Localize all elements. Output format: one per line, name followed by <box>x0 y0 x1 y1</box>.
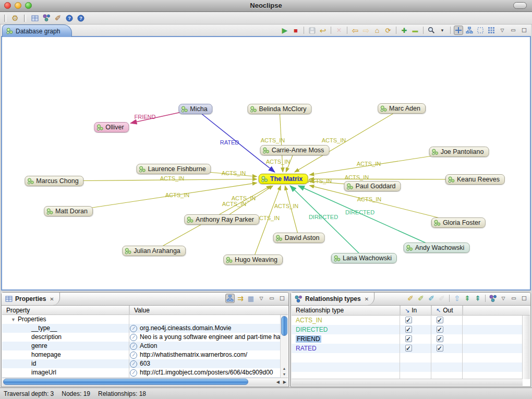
add-outgoing-node-icon[interactable]: ⇞ <box>463 294 472 303</box>
free-layout-icon[interactable] <box>476 26 485 35</box>
view-menu-icon[interactable]: ▽ <box>499 294 508 303</box>
graph-node-andy[interactable]: Andy Wachowski <box>404 243 470 253</box>
column-header-empty[interactable] <box>463 306 528 315</box>
grid-layout-icon[interactable] <box>487 26 496 35</box>
out-checkbox[interactable] <box>437 345 443 352</box>
graph-edge-acts_in[interactable] <box>285 186 299 238</box>
refresh-icon[interactable]: ⟳ <box>383 26 393 35</box>
clear-highlight-icon[interactable]: ✐ <box>437 294 446 303</box>
property-row-imageUrl[interactable]: imageUrl∕∕http://cf1.imgobject.com/poste… <box>2 368 288 377</box>
help-contents-icon[interactable]: ? <box>65 14 74 23</box>
properties-view-icon[interactable] <box>30 14 40 23</box>
scroll-down-icon[interactable]: ▼ <box>281 371 288 377</box>
zoom-menu-icon[interactable]: ▾ <box>438 26 447 35</box>
move-mode-icon[interactable] <box>454 26 463 35</box>
delete-icon[interactable]: ✕ <box>334 26 344 35</box>
tab-database-graph[interactable]: Database graph <box>2 25 72 37</box>
property-category-row[interactable]: ▼Properties <box>2 315 288 324</box>
highlight-relationships-icon[interactable]: ✐ <box>406 294 415 303</box>
graph-node-paul[interactable]: Paul Goddard <box>344 181 401 191</box>
graph-node-micha[interactable]: Micha <box>178 104 212 114</box>
graph-node-belinda[interactable]: Belinda McClory <box>247 104 311 114</box>
graph-node-julian[interactable]: Julian Arahanga <box>122 246 186 256</box>
graph-node-joe[interactable]: Joe Pantoliano <box>429 147 489 157</box>
relationship-row-rated[interactable]: RATED <box>292 344 523 353</box>
graph-node-olliver[interactable]: Olliver <box>94 122 129 132</box>
scroll-right-icon[interactable]: ▶ <box>283 378 286 386</box>
minimize-icon[interactable]: ▭ <box>509 26 518 35</box>
property-row-__type__[interactable]: __type__∕∕org.neo4j.cineasts.domain.Movi… <box>2 324 288 333</box>
property-row-genre[interactable]: genre∕∕Action <box>2 342 288 350</box>
graph-edge-acts_in[interactable] <box>54 179 257 181</box>
relationship-row-directed[interactable]: DIRECTED <box>292 325 523 334</box>
start-database-icon[interactable]: ▶ <box>280 26 289 35</box>
show-start-node-icon[interactable]: ⌂ <box>372 26 382 35</box>
out-checkbox[interactable] <box>437 326 443 333</box>
follow-selection-icon[interactable]: ⇉ <box>236 294 245 303</box>
maximize-icon[interactable]: ☐ <box>277 294 287 303</box>
in-checkbox[interactable] <box>405 345 412 352</box>
out-checkbox[interactable] <box>437 335 443 342</box>
show-categories-icon[interactable] <box>225 294 235 303</box>
tree-layout-icon[interactable] <box>465 26 474 35</box>
cheat-sheets-icon[interactable]: ? <box>76 14 86 23</box>
highlight-end-nodes-icon[interactable]: ✐ <box>427 294 436 303</box>
scrollbar-thumb[interactable] <box>281 316 287 336</box>
minimize-icon[interactable]: ▭ <box>267 294 276 303</box>
graph-node-laurence[interactable]: Laurence Fishburne <box>136 164 211 174</box>
save-icon[interactable] <box>307 26 317 35</box>
graph-node-keanu[interactable]: Keanu Reeves <box>445 174 505 185</box>
maximize-icon[interactable]: ☐ <box>519 294 529 303</box>
out-checkbox[interactable] <box>437 317 443 323</box>
go-back-icon[interactable]: ⇦ <box>350 26 360 35</box>
relationship-types-view-icon[interactable] <box>42 14 51 23</box>
scroll-left-icon[interactable]: ◀ <box>276 378 280 386</box>
relationship-horizontal-scrollbar[interactable] <box>292 379 523 386</box>
new-relationship-type-icon[interactable] <box>488 294 498 303</box>
graph-node-marcus[interactable]: Marcus Chong <box>25 176 83 186</box>
increase-traversal-depth-icon[interactable]: ✚ <box>400 26 409 35</box>
relationship-row-friend[interactable]: FRIEND <box>292 334 523 344</box>
restore-default-columns-icon[interactable]: ▦ <box>246 294 256 303</box>
graph-node-matrix[interactable]: The Matrix <box>259 174 308 184</box>
column-divider[interactable] <box>462 306 463 379</box>
view-menu-icon[interactable]: ▽ <box>498 26 507 35</box>
close-icon[interactable]: ✕ <box>50 296 54 302</box>
column-divider[interactable] <box>400 306 400 379</box>
graph-node-anthony[interactable]: Anthony Ray Parker <box>184 214 259 225</box>
in-checkbox[interactable] <box>405 326 412 333</box>
decorate-icon[interactable]: ✐ <box>53 14 63 23</box>
graph-node-david[interactable]: David Aston <box>273 233 325 243</box>
stop-database-icon[interactable]: ■ <box>291 26 300 35</box>
property-row-homepage[interactable]: homepage∕∕http://whatisthematrix.warnerb… <box>2 350 288 359</box>
scroll-up-icon[interactable]: ▲ <box>281 366 288 371</box>
view-menu-icon[interactable]: ▽ <box>257 294 266 303</box>
add-relationship-icon[interactable]: ⇧ <box>452 294 462 303</box>
graph-node-carrie[interactable]: Carrie-Anne Moss <box>260 145 330 155</box>
tab-relationship-types[interactable]: Relationship types ✕ <box>291 293 374 305</box>
graph-node-hugo[interactable]: Hugo Weaving <box>223 255 283 265</box>
column-header-property[interactable]: Property <box>2 306 134 315</box>
column-divider[interactable] <box>129 306 129 378</box>
property-row-description[interactable]: description∕∕Neo is a young software eng… <box>2 333 288 342</box>
zoom-icon[interactable] <box>427 26 436 35</box>
close-icon[interactable]: ✕ <box>365 296 369 302</box>
relationship-row-acts_in[interactable]: ACTS_IN <box>292 316 523 325</box>
graph-edge-acts_in[interactable] <box>295 108 402 172</box>
properties-vertical-scrollbar[interactable]: ▲ ▼ <box>280 315 288 378</box>
minimize-icon[interactable]: ▭ <box>509 294 518 303</box>
go-forward-icon[interactable]: ⇨ <box>361 26 371 35</box>
column-header-value[interactable]: Value <box>129 306 294 315</box>
maximize-icon[interactable]: ☐ <box>519 26 529 35</box>
column-header-relationship-type[interactable]: Relationship type <box>292 306 404 315</box>
preferences-icon[interactable]: ⚙ <box>10 14 20 23</box>
relationship-vertical-scrollbar[interactable] <box>522 316 530 379</box>
highlight-start-nodes-icon[interactable]: ✐ <box>416 294 426 303</box>
column-divider[interactable] <box>431 306 431 379</box>
graph-node-gloria[interactable]: Gloria Foster <box>431 217 486 228</box>
revert-icon[interactable]: ↩ <box>318 26 328 35</box>
graph-node-matt[interactable]: Matt Doran <box>44 206 93 216</box>
graph-node-lana[interactable]: Lana Wachowski <box>331 253 397 263</box>
in-checkbox[interactable] <box>405 317 412 323</box>
properties-horizontal-scrollbar[interactable]: ◀ ▶ <box>2 378 288 386</box>
